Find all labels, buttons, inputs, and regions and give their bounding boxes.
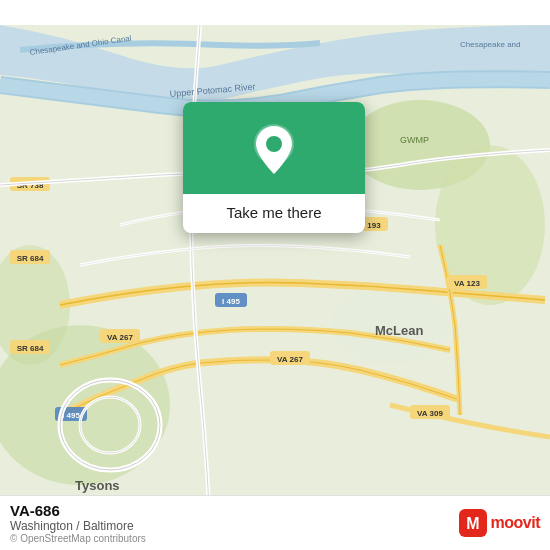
svg-text:I 495: I 495 [62, 411, 80, 420]
map-container: GWMP I 495 I 495 VA 267 VA 267 VA 123 [0, 0, 550, 550]
svg-text:Tysons: Tysons [75, 478, 120, 493]
svg-text:VA 309: VA 309 [417, 409, 443, 418]
svg-text:VA 267: VA 267 [107, 333, 133, 342]
svg-text:M: M [466, 515, 479, 532]
map-pin-icon [252, 124, 296, 176]
moovit-text: moovit [491, 514, 540, 532]
svg-text:193: 193 [367, 221, 381, 230]
popup-card: Take me there [183, 102, 365, 233]
svg-text:VA 267: VA 267 [277, 355, 303, 364]
map-background: GWMP I 495 I 495 VA 267 VA 267 VA 123 [0, 0, 550, 550]
moovit-logo: M moovit [459, 509, 540, 537]
attribution-text: © OpenStreetMap contributors [10, 533, 146, 544]
popup-header [183, 102, 365, 194]
svg-text:Chesapeake and: Chesapeake and [460, 40, 521, 49]
road-name: VA-686 [10, 502, 146, 519]
city-name: Washington / Baltimore [10, 519, 146, 533]
svg-point-37 [266, 136, 282, 152]
bottom-info: VA-686 Washington / Baltimore © OpenStre… [10, 502, 146, 544]
moovit-icon: M [459, 509, 487, 537]
svg-text:VA 123: VA 123 [454, 279, 480, 288]
svg-text:GWMP: GWMP [400, 135, 429, 145]
svg-text:I 495: I 495 [222, 297, 240, 306]
svg-text:SR 684: SR 684 [17, 344, 44, 353]
popup-label[interactable]: Take me there [212, 194, 335, 233]
svg-text:SR 684: SR 684 [17, 254, 44, 263]
svg-text:McLean: McLean [375, 323, 423, 338]
bottom-bar: VA-686 Washington / Baltimore © OpenStre… [0, 495, 550, 550]
